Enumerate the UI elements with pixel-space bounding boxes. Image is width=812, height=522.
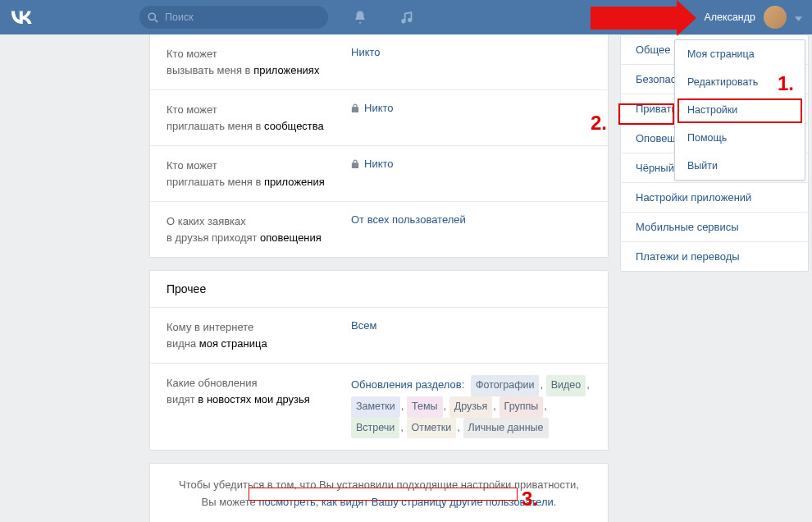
setting-label: Кто может вызывать меня в приложениях — [167, 46, 351, 78]
setting-value-tags: Обновления разделов: Фотографии, Видео, … — [351, 375, 591, 438]
setting-row-page-visibility: Кому в интернете видна моя страница Всем — [150, 308, 608, 364]
annotation-3: 3. — [522, 488, 538, 511]
search-icon — [148, 12, 158, 23]
vk-logo[interactable] — [10, 11, 33, 24]
header-icons — [353, 10, 414, 25]
updates-label: Обновления разделов: — [351, 378, 468, 391]
setting-value: Никто — [351, 46, 591, 78]
other-section-body: Кому в интернете видна моя страница Всем… — [149, 308, 609, 451]
setting-label: Кто может приглашать меня в сообщества — [167, 102, 351, 134]
main-column: Кто может вызывать меня в приложениях Ни… — [149, 34, 609, 522]
dropdown-help[interactable]: Помощь — [675, 124, 805, 152]
setting-value: От всех пользователей — [351, 213, 591, 245]
dropdown-logout[interactable]: Выйти — [675, 152, 805, 180]
music-icon[interactable] — [400, 11, 414, 25]
annotation-arrow — [591, 7, 677, 30]
username: Александр — [704, 11, 755, 23]
search-box[interactable] — [139, 6, 328, 29]
sidebar-item-app-settings[interactable]: Настройки приложений — [621, 183, 808, 213]
setting-label: О каких заявках в друзья приходят оповещ… — [167, 213, 351, 245]
annotation-box-3 — [249, 488, 518, 501]
setting-link[interactable]: Всем — [351, 319, 376, 332]
caret-down-icon — [795, 11, 802, 24]
annotation-box-1 — [677, 98, 802, 123]
tag-video[interactable]: Видео — [546, 375, 586, 396]
tag-photo[interactable]: Фотографии — [471, 375, 539, 396]
annotation-1: 1. — [778, 72, 794, 95]
setting-row-apps-call: Кто может вызывать меня в приложениях Ни… — [150, 34, 608, 90]
setting-label: Кому в интернете видна моя страница — [167, 319, 351, 351]
setting-value: Всем — [351, 319, 591, 351]
setting-label: Кто может приглашать меня в приложения — [167, 158, 351, 190]
svg-line-1 — [155, 19, 157, 21]
dropdown-my-page[interactable]: Моя страница — [675, 40, 805, 68]
lock-icon — [351, 159, 359, 169]
lock-icon — [351, 103, 359, 113]
tag-personal[interactable]: Личные данные — [463, 418, 549, 439]
setting-value: Никто — [351, 102, 591, 134]
svg-point-0 — [148, 13, 155, 20]
tag-groups[interactable]: Группы — [500, 396, 544, 418]
tag-friends[interactable]: Друзья — [449, 396, 493, 418]
setting-link[interactable]: Никто — [364, 102, 394, 114]
setting-row-news-updates: Какие обновления видят в новостях мои др… — [150, 364, 608, 450]
setting-link[interactable]: Никто — [364, 158, 394, 170]
tag-events[interactable]: Встречи — [351, 418, 399, 439]
setting-row-groups: Кто может приглашать меня в сообщества Н… — [150, 90, 608, 146]
annotation-2: 2. — [591, 112, 607, 135]
setting-label: Какие обновления видят в новостях мои др… — [167, 375, 351, 438]
annotation-box-2 — [618, 103, 674, 125]
privacy-settings-block: Кто может вызывать меня в приложениях Ни… — [149, 34, 609, 258]
section-header-other: Прочее — [149, 270, 609, 308]
setting-row-apps-invite: Кто может приглашать меня в приложения Н… — [150, 146, 608, 202]
setting-link[interactable]: Никто — [351, 46, 381, 58]
avatar — [764, 6, 787, 29]
tag-notes[interactable]: Заметки — [351, 396, 400, 418]
svg-point-2 — [402, 19, 405, 22]
bell-icon[interactable] — [353, 10, 367, 25]
setting-value: Никто — [351, 158, 591, 190]
sidebar-item-payments[interactable]: Платежи и переводы — [621, 242, 808, 271]
header-user[interactable]: Александр — [704, 6, 802, 29]
tag-themes[interactable]: Темы — [407, 396, 442, 418]
svg-point-3 — [408, 18, 412, 21]
sidebar-item-mobile[interactable]: Мобильные сервисы — [621, 213, 808, 242]
tag-marks[interactable]: Отметки — [407, 418, 457, 439]
search-input[interactable] — [165, 11, 320, 23]
setting-row-friend-notify: О каких заявках в друзья приходят оповещ… — [150, 202, 608, 257]
setting-link[interactable]: От всех пользователей — [351, 213, 466, 226]
